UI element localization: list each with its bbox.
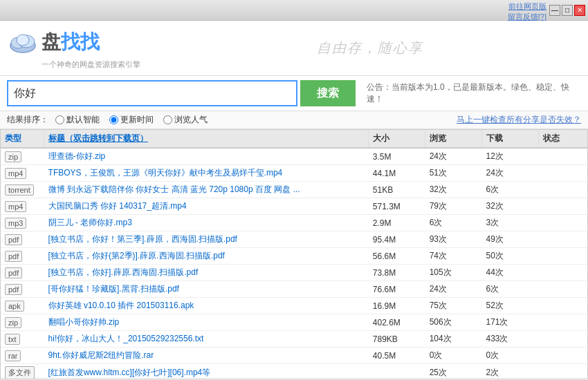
col-header-size: 大小 bbox=[369, 130, 425, 148]
sort-radio-default[interactable] bbox=[55, 115, 64, 124]
table-row: mp3阴三儿 - 老师你好.mp32.9M6次3次 bbox=[1, 215, 588, 231]
check-validity-button[interactable]: 马上一键检查所有分享是否失效？ bbox=[457, 114, 581, 126]
cell-status bbox=[538, 314, 588, 331]
table-row: mp4大国民脑口秀 你好 140317_超清.mp4571.3M79次32次 bbox=[1, 198, 588, 215]
type-badge: zip bbox=[5, 317, 21, 328]
minimize-button[interactable]: — bbox=[549, 5, 560, 16]
title-link[interactable]: TFBOYS，王俊凯，王源《明天你好》献中考生及易烊千玺.mp4 bbox=[48, 168, 283, 178]
title-link[interactable]: 理查德-你好.zip bbox=[48, 151, 106, 161]
cell-status bbox=[538, 298, 588, 314]
cell-type: pdf bbox=[1, 281, 44, 298]
cell-title[interactable]: 9ht.你好威尼斯2纽约冒险.rar bbox=[44, 348, 369, 364]
type-badge: apk bbox=[5, 301, 24, 312]
sort-radio-time[interactable] bbox=[109, 115, 118, 124]
logo-top: 盘找找 bbox=[7, 26, 100, 58]
col-header-browse: 浏览 bbox=[425, 130, 482, 148]
type-badge: pdf bbox=[5, 284, 22, 295]
cell-size: 40.5M bbox=[369, 348, 425, 364]
cell-type: mp4 bbox=[1, 165, 44, 182]
cell-download: 6次 bbox=[481, 281, 538, 298]
cell-size: 402.6M bbox=[369, 314, 425, 331]
cell-download: 0次 bbox=[481, 348, 538, 364]
logo-icon bbox=[7, 26, 39, 58]
title-link[interactable]: [独立书店，你好(第2季)].薛原.西海固.扫描版.pdf bbox=[48, 251, 225, 260]
close-button[interactable]: ✕ bbox=[574, 5, 585, 16]
cell-download: 2次 bbox=[481, 364, 538, 380]
cell-title[interactable]: [独立书店，你好].薛原.西海固.扫描版.pdf bbox=[44, 265, 369, 281]
cell-status bbox=[538, 248, 588, 265]
col-header-title[interactable]: 标题（双击跳转到下载页） bbox=[44, 130, 369, 148]
search-button[interactable]: 搜索 bbox=[300, 80, 356, 106]
cell-title[interactable]: TFBOYS，王俊凯，王源《明天你好》献中考生及易烊千玺.mp4 bbox=[44, 165, 369, 182]
cell-title[interactable]: [独立书店，你好！第三季].薛原，西海固.扫描版.pdf bbox=[44, 231, 369, 248]
cell-size: 51KB bbox=[369, 182, 425, 198]
cell-browse: 25次 bbox=[425, 364, 482, 380]
prev-web-link[interactable]: 前往网页版 bbox=[508, 2, 546, 10]
feedback-link[interactable]: 留言反馈[?] bbox=[508, 12, 546, 21]
cell-size bbox=[369, 364, 425, 380]
topnav: 前往网页版 留言反馈[?] bbox=[508, 1, 546, 22]
cell-type: torrent bbox=[1, 182, 44, 198]
cell-title[interactable]: 微博 到永远下载陪伴你 你好女士 高清 蓝光 720p 1080p 百度 网盘 … bbox=[44, 182, 369, 198]
cell-title[interactable]: [红旅首发www.hltm.cc][你好七叶][06].mp4等 bbox=[44, 364, 369, 380]
cell-title[interactable]: 你好英雄 v10.0.10 插件 201503116.apk bbox=[44, 298, 369, 314]
table-row: apk你好英雄 v10.0.10 插件 201503116.apk16.9M75… bbox=[1, 298, 588, 314]
cell-type: mp3 bbox=[1, 215, 44, 231]
maximize-button[interactable]: □ bbox=[562, 5, 573, 16]
cell-title[interactable]: 大国民脑口秀 你好 140317_超清.mp4 bbox=[44, 198, 369, 215]
notice-text: 公告：当前版本为1.0，已是最新版本。绿色、稳定、快速！ bbox=[367, 82, 569, 104]
title-link[interactable]: hi!你好，冰山大人！_20150529232556.txt bbox=[48, 334, 204, 343]
type-badge: txt bbox=[5, 334, 20, 345]
title-link[interactable]: 你好英雄 v10.0.10 插件 201503116.apk bbox=[48, 301, 194, 310]
cell-type: zip bbox=[1, 148, 44, 165]
type-badge: mp3 bbox=[5, 218, 26, 229]
cell-browse: 74次 bbox=[425, 248, 482, 265]
title-link[interactable]: [哥你好猛！珍藏版].黑背.扫描版.pdf bbox=[48, 284, 179, 294]
cell-title[interactable]: [独立书店，你好(第2季)].薛原.西海固.扫描版.pdf bbox=[44, 248, 369, 265]
table-row: pdf[独立书店，你好(第2季)].薛原.西海固.扫描版.pdf56.6M74次… bbox=[1, 248, 588, 265]
cell-browse: 104次 bbox=[425, 331, 482, 348]
sort-option-time[interactable]: 更新时间 bbox=[109, 114, 154, 126]
sort-option-default[interactable]: 默认智能 bbox=[55, 114, 100, 126]
cell-title[interactable]: hi!你好，冰山大人！_20150529232556.txt bbox=[44, 331, 369, 348]
search-input[interactable] bbox=[7, 80, 297, 106]
table-row: zip翻唱小哥你好帅.zip402.6M506次171次 bbox=[1, 314, 588, 331]
title-link[interactable]: [红旅首发www.hltm.cc][你好七叶][06].mp4等 bbox=[48, 368, 211, 377]
sort-option-popular[interactable]: 浏览人气 bbox=[163, 114, 208, 126]
title-link[interactable]: 9ht.你好威尼斯2纽约冒险.rar bbox=[48, 350, 154, 360]
title-link[interactable]: 大国民脑口秀 你好 140317_超清.mp4 bbox=[48, 201, 187, 211]
titlebar: 前往网页版 留言反馈[?] — □ ✕ bbox=[0, 0, 588, 21]
result-table: 类型 标题（双击跳转到下载页） 大小 浏览 下载 状态 zip理查德-你好.zi… bbox=[1, 130, 588, 379]
cell-status bbox=[538, 165, 588, 182]
table-wrapper[interactable]: 类型 标题（双击跳转到下载页） 大小 浏览 下载 状态 zip理查德-你好.zi… bbox=[0, 129, 588, 379]
svg-point-3 bbox=[17, 35, 29, 46]
cell-type: pdf bbox=[1, 231, 44, 248]
cell-title[interactable]: 翻唱小哥你好帅.zip bbox=[44, 314, 369, 331]
title-link[interactable]: [独立书店，你好！第三季].薛原，西海固.扫描版.pdf bbox=[48, 234, 237, 244]
type-badge: pdf bbox=[5, 267, 22, 278]
cell-size: 789KB bbox=[369, 331, 425, 348]
type-badge: mp4 bbox=[5, 168, 26, 179]
title-link[interactable]: 微博 到永远下载陪伴你 你好女士 高清 蓝光 720p 1080p 百度 网盘 … bbox=[48, 184, 300, 194]
cell-title[interactable]: [哥你好猛！珍藏版].黑背.扫描版.pdf bbox=[44, 281, 369, 298]
cell-title[interactable]: 理查德-你好.zip bbox=[44, 148, 369, 165]
table-row: pdf[独立书店，你好].薛原.西海固.扫描版.pdf73.8M105次44次 bbox=[1, 265, 588, 281]
title-link[interactable]: [独立书店，你好].薛原.西海固.扫描版.pdf bbox=[48, 267, 199, 277]
title-link[interactable]: 阴三儿 - 老师你好.mp3 bbox=[48, 218, 132, 227]
cell-size: 44.1M bbox=[369, 165, 425, 182]
cell-title[interactable]: 阴三儿 - 老师你好.mp3 bbox=[44, 215, 369, 231]
cell-status bbox=[538, 182, 588, 198]
cell-size: 95.4M bbox=[369, 231, 425, 248]
cell-download: 12次 bbox=[481, 148, 538, 165]
type-badge: 多文件 bbox=[5, 366, 35, 379]
cell-browse: 0次 bbox=[425, 348, 482, 364]
cell-size: 73.8M bbox=[369, 265, 425, 281]
logo-zz: 找找 bbox=[61, 31, 100, 53]
sort-radio-popular[interactable] bbox=[163, 115, 172, 124]
cell-status bbox=[538, 231, 588, 248]
cell-download: 24次 bbox=[481, 165, 538, 182]
cell-type: pdf bbox=[1, 265, 44, 281]
title-link[interactable]: 翻唱小哥你好帅.zip bbox=[48, 317, 120, 327]
table-row: zip理查德-你好.zip3.5M24次12次 bbox=[1, 148, 588, 165]
logo-subtitle: 一个神奇的网盘资源搜索引擎 bbox=[42, 59, 140, 70]
